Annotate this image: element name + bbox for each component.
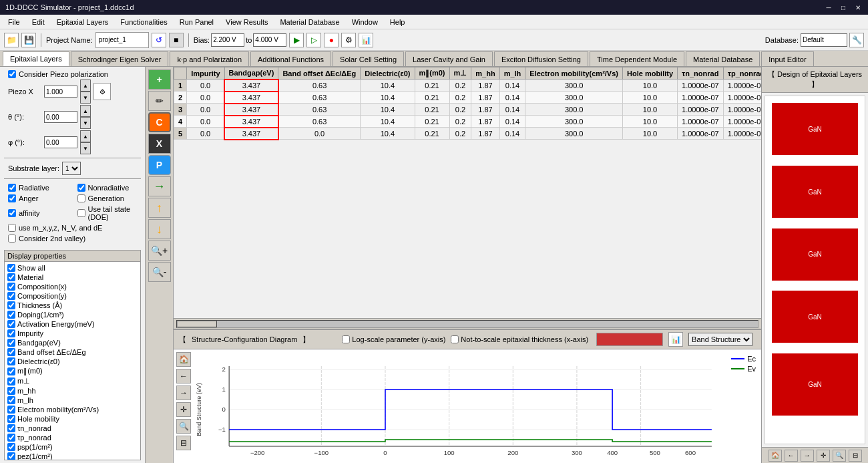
cell-r3-c10[interactable]: 10.0 bbox=[622, 116, 677, 128]
design-zoom-out-btn[interactable]: ⊟ bbox=[849, 450, 862, 462]
cell-r1-c1[interactable]: 0.0 bbox=[187, 92, 224, 104]
project-name-input[interactable] bbox=[95, 32, 149, 48]
cell-r0-c8[interactable]: 0.14 bbox=[499, 80, 525, 92]
cell-r1-c10[interactable]: 10.0 bbox=[622, 92, 677, 104]
theta-input[interactable] bbox=[44, 111, 77, 123]
menu-functionalities[interactable]: Functionalities bbox=[115, 17, 172, 27]
folder-icon[interactable]: 📁 bbox=[4, 33, 19, 47]
structure-chart-icon[interactable]: 📊 bbox=[668, 332, 683, 347]
prop-checkbox-7[interactable] bbox=[7, 329, 15, 337]
prop-checkbox-9[interactable] bbox=[7, 348, 15, 356]
minimize-button[interactable]: ─ bbox=[824, 3, 833, 12]
chart-zoom-out-btn[interactable]: ⊟ bbox=[176, 436, 191, 450]
table-row-0[interactable]: 10.03.4370.6310.40.210.21.870.14300.010.… bbox=[174, 80, 762, 92]
chart-left-btn[interactable]: ← bbox=[176, 369, 191, 383]
tool-zoom-minus-btn[interactable]: 🔍- bbox=[148, 262, 171, 282]
tab-solar-cell[interactable]: Solar Cell Setting bbox=[333, 51, 404, 66]
tab-input-editor[interactable]: Input Editor bbox=[761, 51, 813, 66]
chart-zoom-in-btn[interactable]: 🔍 bbox=[176, 419, 191, 434]
cell-r4-c11[interactable]: 1.0000e-07 bbox=[678, 128, 724, 140]
table-row-3[interactable]: 40.03.4370.6310.40.210.21.870.14300.010.… bbox=[174, 116, 762, 128]
prop-checkbox-19[interactable] bbox=[7, 443, 15, 451]
cell-r3-c2[interactable]: 3.437 bbox=[224, 116, 278, 128]
tab-exciton-diffusion[interactable]: Exciton Diffusion Setting bbox=[494, 51, 588, 66]
cell-r2-c6[interactable]: 0.2 bbox=[449, 104, 471, 116]
play-icon[interactable]: ▶ bbox=[289, 33, 304, 47]
prop-checkbox-6[interactable] bbox=[7, 320, 15, 328]
cell-r0-c10[interactable]: 10.0 bbox=[622, 80, 677, 92]
second-valley-checkbox[interactable] bbox=[8, 235, 16, 243]
cell-r2-c11[interactable]: 1.0000e-07 bbox=[678, 104, 724, 116]
design-layer-2[interactable]: GaN bbox=[772, 228, 858, 281]
prop-checkbox-0[interactable] bbox=[7, 264, 15, 272]
prop-checkbox-4[interactable] bbox=[7, 301, 15, 309]
tool-add-btn[interactable]: + bbox=[148, 69, 171, 90]
design-crosshair-btn[interactable]: ✛ bbox=[817, 450, 830, 462]
cell-r0-c7[interactable]: 1.87 bbox=[471, 80, 499, 92]
prop-checkbox-16[interactable] bbox=[7, 415, 15, 423]
cell-r1-c4[interactable]: 10.4 bbox=[361, 92, 415, 104]
not-to-scale-checkbox[interactable] bbox=[451, 335, 459, 343]
nonradiative-checkbox[interactable] bbox=[77, 184, 85, 192]
cell-r4-c3[interactable]: 0.0 bbox=[278, 128, 361, 140]
cell-r3-c9[interactable]: 300.0 bbox=[525, 116, 623, 128]
tool-zoom-plus-btn[interactable]: 🔍+ bbox=[148, 241, 171, 261]
design-layer-0[interactable]: GaN bbox=[772, 103, 858, 155]
tool-arrow-right-btn[interactable]: → bbox=[148, 176, 171, 196]
anger-checkbox[interactable] bbox=[8, 194, 16, 202]
cell-r0-c4[interactable]: 10.4 bbox=[361, 80, 415, 92]
menu-file[interactable]: File bbox=[3, 17, 25, 27]
cell-r0-c0[interactable]: 1 bbox=[174, 80, 187, 92]
prop-checkbox-2[interactable] bbox=[7, 283, 15, 291]
cell-r4-c6[interactable]: 0.2 bbox=[449, 128, 471, 140]
cell-r3-c0[interactable]: 4 bbox=[174, 116, 187, 128]
tool-arrow-down-btn[interactable]: ↓ bbox=[148, 219, 171, 239]
cell-r4-c0[interactable]: 5 bbox=[174, 128, 187, 140]
tab-schrodinger[interactable]: Schrodinger Eigen Solver bbox=[71, 51, 169, 66]
cell-r3-c7[interactable]: 1.87 bbox=[471, 116, 499, 128]
design-left-btn[interactable]: ← bbox=[785, 450, 798, 462]
cell-r1-c0[interactable]: 2 bbox=[174, 92, 187, 104]
tab-laser-cavity[interactable]: Laser Cavity and Gain bbox=[405, 51, 493, 66]
menu-view-results[interactable]: View Results bbox=[220, 17, 273, 27]
cell-r4-c9[interactable]: 300.0 bbox=[525, 128, 623, 140]
cell-r2-c3[interactable]: 0.63 bbox=[278, 104, 361, 116]
theta-up-btn[interactable]: ▲ bbox=[80, 105, 91, 117]
affinity-checkbox[interactable] bbox=[8, 209, 16, 217]
cell-r3-c1[interactable]: 0.0 bbox=[187, 116, 224, 128]
cell-r3-c6[interactable]: 0.2 bbox=[449, 116, 471, 128]
cell-r0-c1[interactable]: 0.0 bbox=[187, 80, 224, 92]
menu-run-panel[interactable]: Run Panel bbox=[174, 17, 219, 27]
prop-checkbox-20[interactable] bbox=[7, 452, 15, 460]
tail-state-checkbox[interactable] bbox=[77, 209, 85, 217]
cell-r2-c0[interactable]: 3 bbox=[174, 104, 187, 116]
cell-r4-c7[interactable]: 1.87 bbox=[471, 128, 499, 140]
cell-r4-c8[interactable]: 0.14 bbox=[499, 128, 525, 140]
menu-help[interactable]: Help bbox=[385, 17, 411, 27]
piezo-settings-icon[interactable]: ⚙ bbox=[93, 83, 111, 100]
cell-r1-c9[interactable]: 300.0 bbox=[525, 92, 623, 104]
tab-material-database[interactable]: Material Database bbox=[686, 51, 760, 66]
database-icon[interactable]: 🔧 bbox=[849, 33, 864, 47]
tab-time-dependent[interactable]: Time Dependent Module bbox=[590, 51, 684, 66]
cell-r0-c9[interactable]: 300.0 bbox=[525, 80, 623, 92]
cell-r1-c5[interactable]: 0.21 bbox=[415, 92, 449, 104]
horizontal-scrollbar-thumb[interactable] bbox=[177, 321, 217, 327]
prop-checkbox-12[interactable] bbox=[7, 377, 15, 385]
cell-r1-c2[interactable]: 3.437 bbox=[224, 92, 278, 104]
table-row-2[interactable]: 30.03.4370.6310.40.210.21.870.14300.010.… bbox=[174, 104, 762, 116]
cell-r3-c4[interactable]: 10.4 bbox=[361, 116, 415, 128]
bias-from-input[interactable] bbox=[211, 33, 244, 47]
cell-r1-c11[interactable]: 1.0000e-07 bbox=[678, 92, 724, 104]
prop-checkbox-17[interactable] bbox=[7, 424, 15, 432]
chart-home-btn[interactable]: 🏠 bbox=[176, 352, 191, 367]
piezo-x-up-btn[interactable]: ▲ bbox=[80, 80, 91, 92]
cell-r1-c12[interactable]: 1.0000e-07 bbox=[723, 92, 761, 104]
cell-r4-c2[interactable]: 3.437 bbox=[224, 128, 278, 140]
maximize-button[interactable]: □ bbox=[839, 3, 848, 12]
phi-down-btn[interactable]: ▼ bbox=[80, 142, 91, 154]
cell-r1-c6[interactable]: 0.2 bbox=[449, 92, 471, 104]
design-zoom-in-btn[interactable]: 🔍 bbox=[833, 450, 846, 462]
tab-additional-functions[interactable]: Additional Functions bbox=[250, 51, 331, 66]
cell-r3-c3[interactable]: 0.63 bbox=[278, 116, 361, 128]
